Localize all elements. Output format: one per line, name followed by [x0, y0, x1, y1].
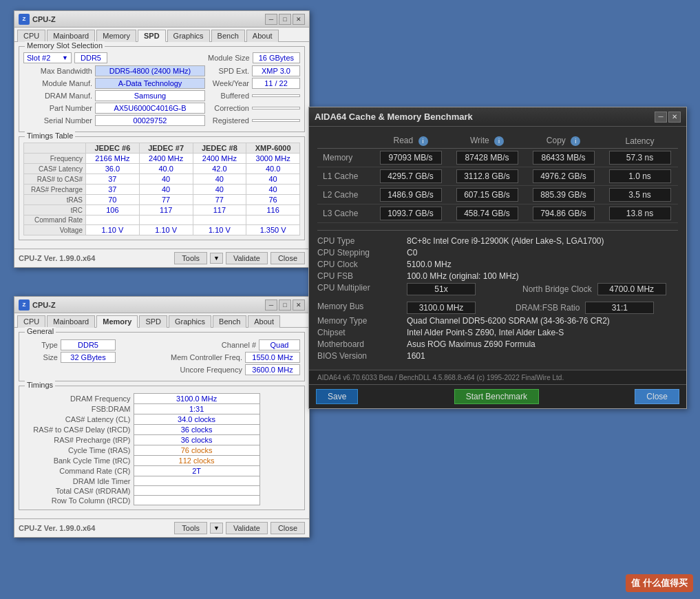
mem-ctrl-value: 1550.0 MHz — [245, 352, 300, 363]
tab-graphics-2[interactable]: Graphics — [169, 315, 211, 328]
cpuz2-tools-dropdown[interactable]: ▼ — [210, 523, 223, 534]
aida64-footer-text: AIDA64 v6.70.6033 Beta / BenchDLL 4.5.86… — [317, 374, 564, 381]
row-col-row: Row To Column (tRCD) — [23, 496, 300, 505]
timing-voltage-row: Voltage 1.10 V 1.10 V 1.10 V 1.350 V — [24, 225, 300, 235]
aida64-save-btn[interactable]: Save — [316, 389, 358, 404]
uncore-value: 3600.0 MHz — [245, 364, 300, 375]
cpuz2-bottom-bar: CPU-Z Ver. 1.99.0.x64 Tools ▼ Validate C… — [14, 518, 309, 537]
cpuz1-tools-dropdown[interactable]: ▼ — [210, 253, 223, 264]
registered-label: Registered — [208, 116, 249, 125]
benchmark-table: Read i Write i Copy i Latency Memory 970… — [317, 134, 678, 223]
system-info-section: CPU Type 8C+8c Intel Core i9-12900K (Ald… — [317, 230, 678, 361]
cpuz1-version: CPU-Z Ver. 1.99.0.x64 — [19, 254, 95, 262]
aida64-close-btn[interactable]: Close — [635, 389, 679, 404]
slot-dropdown[interactable]: Slot #2 ▼ — [23, 52, 72, 63]
tras-row: Cycle Time (tRAS) 76 clocks — [23, 445, 300, 456]
cpuz2-close-btn[interactable]: ✕ — [293, 300, 305, 311]
cpuz2-validate-btn[interactable]: Validate — [226, 522, 268, 534]
buffered-label: Buffered — [208, 92, 249, 100]
l1cache-row: L1 Cache 4295.7 GB/s 3112.8 GB/s 4976.2 … — [317, 167, 678, 186]
module-size-label: Module Size — [208, 54, 250, 62]
cpuz1-close-btn[interactable]: Close — [271, 252, 305, 264]
cpuz1-close-btn[interactable]: ✕ — [293, 14, 305, 25]
timing-trc-row: tRC 106 117 117 116 — [24, 205, 300, 216]
cpuz1-minimize-btn[interactable]: ─ — [265, 14, 277, 25]
tab-spd-2[interactable]: SPD — [139, 315, 167, 328]
aida64-title: AIDA64 Cache & Memory Benchmark — [315, 112, 473, 122]
ddr-type: DDR5 — [74, 52, 107, 63]
idle-row: DRAM Idle Timer — [23, 476, 300, 486]
cpuz2-title: CPU-Z — [32, 301, 56, 309]
cpuz1-validate-btn[interactable]: Validate — [226, 252, 268, 264]
tab-bench-1[interactable]: Bench — [211, 30, 245, 42]
timings-label-2: Timings — [25, 381, 55, 389]
tab-graphics-1[interactable]: Graphics — [167, 30, 210, 42]
aida64-close-btn-x[interactable]: ✕ — [668, 112, 681, 123]
correction-label: Correction — [208, 104, 249, 112]
tab-mainboard-1[interactable]: Mainboard — [47, 30, 95, 42]
cpu-stepping-row: CPU Stepping C0 — [317, 248, 678, 258]
timing-frequency-row: Frequency 2166 MHz 2400 MHz 2400 MHz 300… — [24, 154, 300, 164]
tab-spd-1[interactable]: SPD — [138, 30, 166, 42]
registered-value — [252, 119, 300, 122]
fsb-dram-row: FSB:DRAM 1:31 — [23, 404, 300, 414]
tab-memory-1[interactable]: Memory — [96, 30, 136, 42]
cpuz1-tab-bar: CPU Mainboard Memory SPD Graphics Bench … — [14, 28, 309, 42]
dram-freq-row: DRAM Frequency 3100.0 MHz — [23, 394, 300, 404]
cpuz2-tools-btn[interactable]: Tools — [174, 522, 207, 534]
timing-ras-pre-row: RAS# Precharge 37 40 40 40 — [24, 185, 300, 195]
read-info-icon[interactable]: i — [418, 136, 428, 146]
general-group: General Type DDR5 Channel # Quad Size 32… — [19, 332, 305, 381]
memory-row: Memory 97093 MB/s 87428 MB/s 86433 MB/s … — [317, 149, 678, 167]
spd-ext-value: XMP 3.0 — [252, 65, 300, 76]
size-label: Size — [23, 353, 58, 361]
cpuz2-close-btn2[interactable]: Close — [271, 522, 305, 534]
cpuz2-maximize-btn[interactable]: □ — [279, 300, 291, 311]
channel-label: Channel # — [194, 341, 256, 349]
timing-cr-row: Command Rate — [24, 216, 300, 225]
l2cache-row: L2 Cache 1486.9 GB/s 607.15 GB/s 885.39 … — [317, 186, 678, 204]
serial-number-value: 00029752 — [95, 115, 205, 126]
aida64-start-btn[interactable]: Start Benchmark — [454, 389, 539, 404]
aida64-minimize-btn[interactable]: ─ — [655, 112, 667, 123]
mem-ctrl-label: Mem Controller Freq. — [118, 353, 242, 361]
max-bw-label: Max Bandwidth — [23, 67, 92, 75]
tab-mainboard-2[interactable]: Mainboard — [47, 315, 95, 328]
cpuz1-bottom-bar: CPU-Z Ver. 1.99.0.x64 Tools ▼ Validate C… — [14, 249, 309, 267]
module-size-value: 16 GBytes — [253, 52, 300, 63]
cpuz1-tools-btn[interactable]: Tools — [174, 252, 207, 264]
mem-bus-row: Memory Bus 3100.0 MHz DRAM:FSB Ratio 31:… — [317, 302, 678, 314]
trc-row: Bank Cycle Time (tRC) 112 clocks — [23, 456, 300, 466]
write-info-icon[interactable]: i — [494, 136, 504, 146]
timings-group-2: Timings DRAM Frequency 3100.0 MHz FSB:DR… — [19, 386, 305, 510]
tab-bench-2[interactable]: Bench — [213, 315, 246, 328]
week-year-value: 11 / 22 — [252, 78, 300, 89]
cpuz1-maximize-btn[interactable]: □ — [279, 14, 291, 25]
cpuz2-minimize-btn[interactable]: ─ — [265, 300, 277, 311]
tab-about-2[interactable]: About — [248, 315, 280, 328]
tab-memory-2[interactable]: Memory — [96, 315, 138, 328]
memory-slot-label: Memory Slot Selection — [25, 41, 105, 50]
tab-about-1[interactable]: About — [246, 30, 279, 42]
module-manuf-value: A-Data Technology — [95, 78, 205, 89]
l3cache-row: L3 Cache 1093.7 GB/s 458.74 GB/s 794.86 … — [317, 204, 678, 223]
tab-cpu-1[interactable]: CPU — [17, 30, 45, 42]
cpuz-window-1: Z CPU-Z ─ □ ✕ CPU Mainboard Memory SPD G… — [14, 10, 310, 268]
part-number-value: AX5U6000C4016G-B — [95, 103, 205, 114]
cpuz2-version: CPU-Z Ver. 1.99.0.x64 — [19, 524, 95, 532]
copy-info-icon[interactable]: i — [571, 136, 580, 146]
tab-cpu-2[interactable]: CPU — [17, 315, 45, 328]
dram-manuf-value: Samsung — [95, 90, 205, 101]
module-manuf-label: Module Manuf. — [23, 79, 92, 87]
cpuz2-app-icon: Z — [19, 300, 30, 311]
aida64-content: Read i Write i Copy i Latency Memory 970… — [309, 127, 686, 370]
ras-pre-row: RAS# Precharge (tRP) 36 clocks — [23, 435, 300, 445]
cpuz2-tab-bar: CPU Mainboard Memory SPD Graphics Bench … — [14, 313, 309, 328]
part-number-label: Part Number — [23, 104, 92, 112]
cpuz1-app-icon: Z — [19, 14, 30, 25]
aida64-bottom-bar: Save Start Benchmark Close — [309, 384, 686, 408]
cr-row: Command Rate (CR) 2T — [23, 466, 300, 476]
total-cas-row: Total CAS# (tRDRAM) — [23, 486, 300, 496]
timing-tras-row: tRAS 70 77 77 76 — [24, 195, 300, 205]
cpuz2-titlebar: Z CPU-Z ─ □ ✕ — [14, 297, 309, 313]
